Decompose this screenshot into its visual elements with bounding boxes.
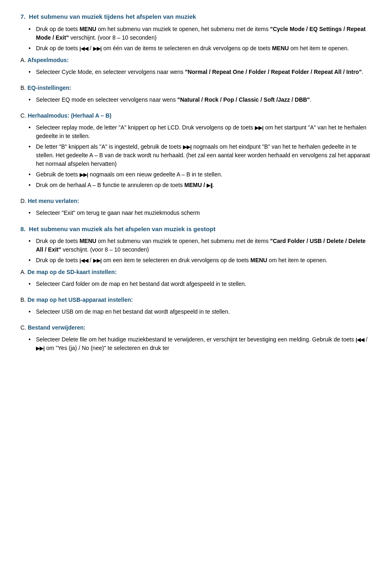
list-item: Selecteer Delete file om het huidige muz… bbox=[29, 335, 372, 352]
list-item: Druk op de toets |◀◀ / ▶▶| om één van de… bbox=[29, 44, 372, 53]
subsection-7c-list: Selecteer replay mode, de letter "A" kni… bbox=[29, 123, 372, 189]
section-7-heading: 7. Het submenu van muziek tijdens het af… bbox=[20, 12, 372, 22]
list-item: Selecteer replay mode, de letter "A" kni… bbox=[29, 123, 372, 140]
list-item: Selecteer Cycle Mode, en selecteer vervo… bbox=[29, 68, 372, 76]
list-item: Selecteer Card folder om de map en het b… bbox=[29, 280, 372, 288]
section-7-number: 7. bbox=[20, 13, 26, 20]
subsection-7d-heading: D. Het menu verlaten: bbox=[20, 197, 372, 205]
list-item: De letter "B" knippert als "A" is ingest… bbox=[29, 143, 372, 168]
next-icon-6: ▶▶| bbox=[36, 346, 45, 351]
subsection-7c-heading: C. Herhaalmodus: (Herhaal A – B) bbox=[20, 111, 372, 120]
section-7: 7. Het submenu van muziek tijdens het af… bbox=[20, 12, 372, 217]
subsection-7b: B. EQ-instellingen: Selecteer EQ mode en… bbox=[20, 84, 372, 104]
list-item: Gebruik de toets ▶▶| nogmaals om een nie… bbox=[29, 170, 372, 179]
section-8-number: 8. bbox=[20, 225, 26, 232]
section-8: 8. Het submenu van muziek als het afspel… bbox=[20, 225, 372, 353]
subsection-7c: C. Herhaalmodus: (Herhaal A – B) Selecte… bbox=[20, 111, 372, 189]
document-container: 7. Het submenu van muziek tijdens het af… bbox=[20, 12, 372, 352]
subsection-7d-list: Selecteer "Exit" om terug te gaan naar h… bbox=[29, 209, 372, 217]
list-item: Selecteer USB om de map en het bestand d… bbox=[29, 308, 372, 316]
list-item: Druk op de toets MENU om het submenu van… bbox=[29, 25, 372, 42]
section-7-list: Druk op de toets MENU om het submenu van… bbox=[29, 25, 372, 53]
prev-icon-2: |◀◀ bbox=[80, 258, 88, 263]
subsection-8a: A. De map op de SD-kaart instellen: Sele… bbox=[20, 268, 372, 288]
subsection-8b: B. De map op het USB-apparaat instellen:… bbox=[20, 296, 372, 316]
subsection-8c-list: Selecteer Delete file om het huidige muz… bbox=[29, 335, 372, 352]
list-item: Druk om de herhaal A – B functie te annu… bbox=[29, 181, 372, 189]
next-icon-2: ▶▶| bbox=[255, 125, 263, 131]
list-item: Selecteer EQ mode en selecteer vervolgen… bbox=[29, 96, 372, 104]
subsection-8c-heading: C. Bestand verwijderen: bbox=[20, 323, 372, 332]
subsection-7b-heading: B. EQ-instellingen: bbox=[20, 84, 372, 92]
list-item: Selecteer "Exit" om terug te gaan naar h… bbox=[29, 209, 372, 217]
subsection-8c: C. Bestand verwijderen: Selecteer Delete… bbox=[20, 323, 372, 352]
list-item: Druk op de toets MENU om het submenu van… bbox=[29, 237, 372, 254]
prev-icon: |◀◀ bbox=[80, 46, 88, 51]
subsection-8a-list: Selecteer Card folder om de map en het b… bbox=[29, 280, 372, 288]
section-8-list: Druk op de toets MENU om het submenu van… bbox=[29, 237, 372, 265]
next-icon-3: ▶▶| bbox=[183, 144, 192, 150]
subsection-7b-list: Selecteer EQ mode en selecteer vervolgen… bbox=[29, 96, 372, 104]
subsection-7d: D. Het menu verlaten: Selecteer "Exit" o… bbox=[20, 197, 372, 217]
subsection-8b-list: Selecteer USB om de map en het bestand d… bbox=[29, 308, 372, 316]
next-icon-4: ▶▶| bbox=[80, 172, 88, 178]
subsection-8b-heading: B. De map op het USB-apparaat instellen: bbox=[20, 296, 372, 304]
subsection-7a-list: Selecteer Cycle Mode, en selecteer vervo… bbox=[29, 68, 372, 76]
prev-icon-3: |◀◀ bbox=[356, 337, 364, 343]
subsection-7a-heading: A. Afspeelmodus: bbox=[20, 56, 372, 65]
subsection-8a-heading: A. De map op de SD-kaart instellen: bbox=[20, 268, 372, 276]
play-pause-icon: ▶‖ bbox=[207, 183, 213, 188]
next-icon-5: ▶▶| bbox=[93, 258, 102, 263]
list-item: Druk op de toets |◀◀ / ▶▶| om een item t… bbox=[29, 256, 372, 265]
next-icon: ▶▶| bbox=[93, 46, 102, 51]
section-8-heading: 8. Het submenu van muziek als het afspel… bbox=[20, 225, 372, 234]
subsection-7a: A. Afspeelmodus: Selecteer Cycle Mode, e… bbox=[20, 56, 372, 76]
